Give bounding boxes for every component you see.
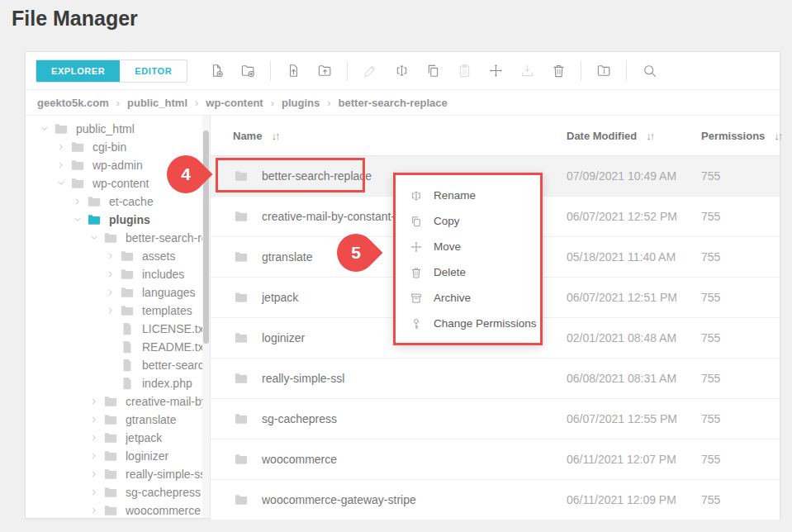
chevron-right-icon[interactable] <box>88 396 100 408</box>
chevron-right-icon[interactable] <box>55 159 67 172</box>
chevron-right-icon[interactable] <box>88 505 100 517</box>
tree-item-templates[interactable]: templates <box>26 302 210 320</box>
chevron-down-icon[interactable] <box>38 123 50 135</box>
menu-item-copy[interactable]: Copy <box>396 208 540 234</box>
toolbar-tabs: EXPLOREREDITOR <box>36 59 187 83</box>
tree-item-loginizer[interactable]: loginizer <box>26 447 210 465</box>
file-permissions: 755 <box>701 493 780 506</box>
tree-item-index-php[interactable]: index.php <box>26 374 210 392</box>
download-icon <box>511 59 543 83</box>
upload-file-icon[interactable] <box>277 59 309 83</box>
toolbar-divider <box>626 61 627 81</box>
chevron-down-icon[interactable] <box>88 232 100 245</box>
tree-item-jetpack[interactable]: jetpack <box>26 429 210 447</box>
new-file-icon[interactable] <box>201 59 232 83</box>
file-row[interactable]: sg-cachepress06/07/2021 12:55 PM755 <box>211 399 780 439</box>
new-folder-icon[interactable] <box>232 59 263 83</box>
menu-item-rename[interactable]: Rename <box>396 183 540 208</box>
breadcrumb-item[interactable]: better-search-replace <box>339 97 448 109</box>
tree-item-assets[interactable]: assets <box>26 247 210 265</box>
tree-item-really-simple-ssl[interactable]: really-simple-ssl <box>26 465 210 483</box>
menu-item-change-permissions[interactable]: Change Permissions <box>396 311 540 336</box>
menu-item-delete[interactable]: Delete <box>396 259 540 285</box>
tree-item-languages[interactable]: languages <box>26 283 210 302</box>
folder-icon <box>233 169 249 183</box>
key-icon <box>410 317 423 330</box>
menu-item-move[interactable]: Move <box>396 234 540 259</box>
menu-item-label: Copy <box>434 215 460 227</box>
tree-item-cgi-bin[interactable]: cgi-bin <box>26 138 210 156</box>
tree-item-label: LICENSE.txt <box>142 322 207 335</box>
chevron-down-icon[interactable] <box>71 214 83 226</box>
tree-item-readme-txt[interactable]: README.txt <box>26 338 210 356</box>
tree-spacer <box>104 359 116 372</box>
chevron-down-icon[interactable] <box>55 178 67 190</box>
chevron-right-icon[interactable] <box>104 268 116 281</box>
upload-folder-icon[interactable] <box>309 59 340 83</box>
tree-item-wp-admin[interactable]: wp-admin <box>26 156 210 174</box>
chevron-right-icon[interactable] <box>88 414 100 426</box>
tree-item-public-html[interactable]: public_html <box>26 120 210 138</box>
chevron-right-icon[interactable] <box>104 250 116 263</box>
chevron-right-icon[interactable] <box>88 468 100 481</box>
column-header-label: Date Modified <box>567 130 637 142</box>
tree-item-license-txt[interactable]: LICENSE.txt <box>26 320 210 338</box>
file-row[interactable]: woocommerce06/11/2021 12:07 PM755 <box>211 439 780 480</box>
chevron-right-icon[interactable] <box>104 287 116 299</box>
sort-icon[interactable]: ↓↑ <box>271 130 278 142</box>
folder-icon <box>120 249 135 264</box>
tree-item-wp-content[interactable]: wp-content <box>26 174 210 192</box>
tree-item-sg-cachepress[interactable]: sg-cachepress <box>26 483 210 501</box>
search-icon[interactable] <box>633 59 665 83</box>
tree-item-et-cache[interactable]: et-cache <box>26 192 210 211</box>
breadcrumb-item[interactable]: geekto5k.com <box>37 97 109 109</box>
chevron-right-icon[interactable] <box>88 487 100 499</box>
chevron-right-icon[interactable] <box>55 141 67 154</box>
folder-icon <box>103 503 118 518</box>
tree-item-label: creative-mail-by-cons <box>126 395 210 408</box>
copy-icon[interactable] <box>417 59 448 83</box>
tree-item-label: templates <box>142 304 192 317</box>
sort-icon[interactable]: ↓↑ <box>774 130 781 142</box>
chevron-right-icon[interactable] <box>104 305 116 317</box>
file-row[interactable]: woocommerce-gateway-stripe06/11/2021 12:… <box>211 480 780 520</box>
breadcrumb-item[interactable]: public_html <box>127 97 187 109</box>
folder-icon <box>87 212 102 227</box>
tree-item-plugins[interactable]: plugins <box>26 211 210 229</box>
file-date-modified: 06/11/2021 12:09 PM <box>567 493 701 506</box>
rename-icon[interactable] <box>386 59 417 83</box>
tab-editor[interactable]: EDITOR <box>120 60 187 82</box>
tree-item-gtranslate[interactable]: gtranslate <box>26 411 210 429</box>
tab-explorer[interactable]: EXPLORER <box>36 60 120 82</box>
tree-scrollbar-thumb[interactable] <box>203 131 209 344</box>
tree-item-better-search-repl[interactable]: better-search-repl <box>26 356 210 374</box>
tree-item-label: index.php <box>142 377 192 390</box>
tree-item-better-search-replace[interactable]: better-search-replace <box>26 229 210 247</box>
tree-item-includes[interactable]: includes <box>26 265 210 283</box>
file-row[interactable]: really-simple-ssl06/08/2021 08:31 AM755 <box>211 359 780 399</box>
tree-item-label: assets <box>142 249 175 263</box>
tree-item-creative-mail-by-cons[interactable]: creative-mail-by-cons <box>26 392 210 411</box>
file-date-modified: 07/09/2021 10:49 AM <box>567 169 701 183</box>
move-icon[interactable] <box>480 59 511 83</box>
tree-item-woocommerce[interactable]: woocommerce <box>26 501 210 518</box>
copy-icon <box>410 215 423 228</box>
folder-info-icon[interactable] <box>588 59 619 83</box>
folder-icon <box>70 176 85 191</box>
folder-icon <box>70 158 85 173</box>
chevron-right-icon[interactable] <box>88 450 100 463</box>
sort-icon[interactable]: ↓↑ <box>646 130 653 142</box>
breadcrumb: geekto5k.com›public_html›wp-content›plug… <box>26 90 780 116</box>
folder-icon <box>103 467 118 482</box>
breadcrumb-item[interactable]: plugins <box>282 97 320 109</box>
file-name: sg-cachepress <box>262 412 337 425</box>
file-name: woocommerce-gateway-stripe <box>262 493 416 506</box>
chevron-right-icon[interactable] <box>71 196 83 208</box>
menu-item-archive[interactable]: Archive <box>396 285 540 311</box>
breadcrumb-item[interactable]: wp-content <box>206 97 263 109</box>
tree-item-label: plugins <box>109 213 150 226</box>
chevron-right-icon[interactable] <box>88 432 100 444</box>
tree-item-label: better-search-repl <box>142 359 210 372</box>
delete-icon[interactable] <box>543 59 574 83</box>
breadcrumb-separator: › <box>116 97 120 109</box>
